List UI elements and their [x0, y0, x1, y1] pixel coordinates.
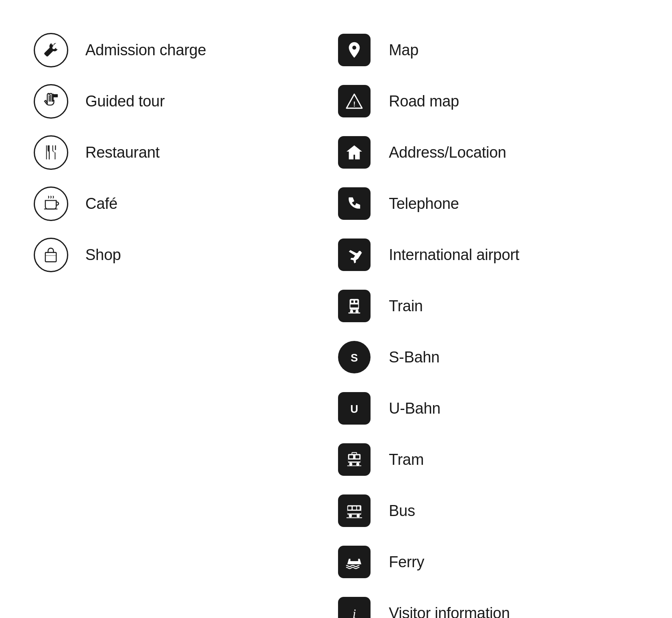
telephone-icon	[336, 185, 373, 222]
svg-rect-6	[350, 299, 359, 310]
s-bahn-label: S-Bahn	[389, 349, 440, 366]
svg-text:!: !	[353, 100, 356, 108]
svg-rect-3	[46, 252, 56, 262]
telephone-label: Telephone	[389, 195, 459, 213]
shop-icon	[33, 236, 69, 273]
train-icon	[336, 288, 373, 324]
svg-rect-33	[350, 558, 358, 561]
legend-grid: Admission charge Guided tour	[33, 24, 639, 618]
cafe-row: Café	[33, 178, 336, 229]
address-label: Address/Location	[389, 144, 506, 161]
road-map-row: ! Road map	[336, 76, 639, 127]
admission-charge-icon	[33, 32, 69, 68]
svg-text:i: i	[353, 607, 356, 618]
map-row: Map	[336, 24, 639, 76]
tram-label: Tram	[389, 451, 424, 468]
svg-point-31	[357, 514, 360, 518]
visitor-information-row: i Visitor information	[336, 588, 639, 618]
svg-text:S: S	[351, 352, 358, 364]
cafe-icon	[33, 185, 69, 222]
bus-label: Bus	[389, 502, 415, 520]
svg-rect-29	[347, 511, 362, 514]
bus-icon	[336, 492, 373, 529]
telephone-row: Telephone	[336, 178, 639, 229]
address-row: Address/Location	[336, 127, 639, 178]
road-map-label: Road map	[389, 93, 459, 110]
left-column: Admission charge Guided tour	[33, 24, 336, 618]
airport-row: International airport	[336, 229, 639, 280]
road-map-icon: !	[336, 83, 373, 119]
s-bahn-icon: S	[336, 339, 373, 375]
restaurant-row: Restaurant	[33, 127, 336, 178]
address-icon	[336, 134, 373, 171]
svg-rect-17	[356, 455, 360, 458]
airport-label: International airport	[389, 246, 519, 264]
ferry-row: Ferry	[336, 536, 639, 588]
u-bahn-icon: U	[336, 390, 373, 427]
admission-charge-row: Admission charge	[33, 24, 336, 76]
s-bahn-row: S S-Bahn	[336, 332, 639, 383]
map-label: Map	[389, 41, 418, 59]
shop-label: Shop	[85, 246, 121, 264]
train-row: Train	[336, 280, 639, 332]
tram-row: Tram	[336, 434, 639, 485]
svg-text:U: U	[350, 403, 358, 415]
svg-rect-9	[350, 304, 358, 308]
ferry-icon	[336, 544, 373, 580]
guided-tour-label: Guided tour	[85, 93, 165, 110]
svg-rect-16	[349, 455, 353, 458]
restaurant-label: Restaurant	[85, 144, 160, 161]
restaurant-icon	[33, 134, 69, 171]
u-bahn-row: U U-Bahn	[336, 383, 639, 434]
airport-icon	[336, 236, 373, 273]
admission-charge-label: Admission charge	[85, 41, 206, 59]
shop-row: Shop	[33, 229, 336, 280]
svg-rect-26	[348, 506, 352, 510]
ferry-label: Ferry	[389, 553, 424, 571]
right-column: Map ! Road map	[336, 24, 639, 618]
visitor-information-label: Visitor information	[389, 605, 510, 618]
svg-rect-27	[353, 506, 356, 510]
svg-point-19	[349, 463, 353, 466]
svg-rect-7	[351, 301, 353, 303]
tram-icon	[336, 441, 373, 478]
guided-tour-row: Guided tour	[33, 76, 336, 127]
svg-rect-28	[357, 506, 360, 510]
cafe-label: Café	[85, 195, 117, 213]
bus-row: Bus	[336, 485, 639, 536]
map-icon	[336, 32, 373, 68]
svg-point-20	[356, 463, 360, 466]
u-bahn-label: U-Bahn	[389, 400, 440, 417]
svg-rect-18	[348, 460, 361, 462]
train-label: Train	[389, 297, 423, 315]
svg-rect-8	[355, 301, 358, 303]
svg-point-30	[349, 514, 352, 518]
svg-rect-0	[53, 94, 58, 98]
guided-tour-icon	[33, 83, 69, 119]
visitor-information-icon: i	[336, 595, 373, 618]
